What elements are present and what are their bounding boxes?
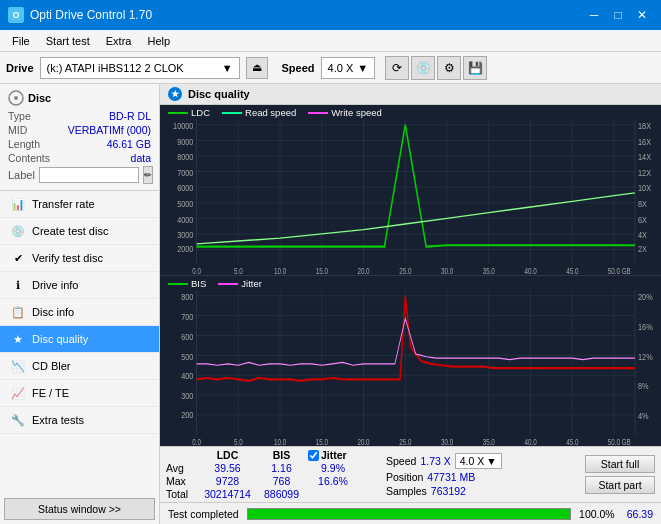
progress-bar-container bbox=[247, 508, 571, 520]
extra-tests-icon: 🔧 bbox=[10, 412, 26, 428]
label-edit-button[interactable]: ✏ bbox=[143, 166, 153, 184]
stats-avg-label: Avg bbox=[166, 462, 196, 474]
verify-test-disc-icon: ✔ bbox=[10, 250, 26, 266]
menu-file[interactable]: File bbox=[4, 33, 38, 49]
svg-text:7000: 7000 bbox=[177, 167, 193, 178]
sidebar-item-cd-bler[interactable]: 📉 CD Bler bbox=[0, 353, 159, 380]
disc-quality-icon: ★ bbox=[10, 331, 26, 347]
nav-label-disc-info: Disc info bbox=[32, 306, 74, 318]
disc-label-input[interactable] bbox=[39, 167, 139, 183]
main-layout: Disc Type BD-R DL MID VERBATIMf (000) Le… bbox=[0, 84, 661, 524]
window-controls: ─ □ ✕ bbox=[583, 4, 653, 26]
sidebar-item-extra-tests[interactable]: 🔧 Extra tests bbox=[0, 407, 159, 434]
speed-dropdown[interactable]: 4.0 X ▼ bbox=[455, 453, 502, 469]
speed-dropdown-value: 4.0 X bbox=[460, 455, 485, 467]
close-button[interactable]: ✕ bbox=[631, 4, 653, 26]
svg-text:20%: 20% bbox=[638, 291, 653, 302]
svg-text:45.0: 45.0 bbox=[566, 437, 578, 446]
stats-avg-bis: 1.16 bbox=[259, 462, 304, 474]
svg-text:15.0: 15.0 bbox=[316, 266, 328, 275]
eject-button[interactable]: ⏏ bbox=[246, 57, 268, 79]
svg-text:0.0: 0.0 bbox=[192, 266, 201, 275]
disc-length-label: Length bbox=[8, 138, 40, 150]
progress-row: Test completed 100.0% 66.39 bbox=[160, 502, 661, 524]
chevron-down-icon: ▼ bbox=[486, 455, 496, 467]
speed-value: 4.0 X bbox=[328, 62, 354, 74]
stats-section: Avg Max Total LDC 39.56 9728 30214714 BI… bbox=[160, 446, 661, 524]
start-full-button[interactable]: Start full bbox=[585, 455, 655, 473]
stats-bis-header: BIS bbox=[259, 449, 304, 461]
sidebar-item-verify-test-disc[interactable]: ✔ Verify test disc bbox=[0, 245, 159, 272]
sidebar: Disc Type BD-R DL MID VERBATIMf (000) Le… bbox=[0, 84, 160, 524]
disc-panel-icon bbox=[8, 90, 24, 106]
disc-header: Disc bbox=[8, 90, 151, 106]
svg-text:12%: 12% bbox=[638, 350, 653, 361]
svg-text:200: 200 bbox=[181, 409, 193, 420]
speed-selector[interactable]: 4.0 X ▼ bbox=[321, 57, 376, 79]
stats-total-label: Total bbox=[166, 488, 196, 500]
menu-extra[interactable]: Extra bbox=[98, 33, 140, 49]
app-title: Opti Drive Control 1.70 bbox=[30, 8, 152, 22]
svg-text:20.0: 20.0 bbox=[357, 437, 369, 446]
sidebar-item-transfer-rate[interactable]: 📊 Transfer rate bbox=[0, 191, 159, 218]
sidebar-item-disc-info[interactable]: 📋 Disc info bbox=[0, 299, 159, 326]
svg-text:5.0: 5.0 bbox=[234, 437, 243, 446]
svg-text:600: 600 bbox=[181, 331, 193, 342]
sidebar-item-disc-quality[interactable]: ★ Disc quality bbox=[0, 326, 159, 353]
svg-text:8%: 8% bbox=[638, 380, 649, 391]
disc-panel-title: Disc bbox=[28, 92, 51, 104]
svg-text:18X: 18X bbox=[638, 120, 651, 131]
sidebar-item-fe-te[interactable]: 📈 FE / TE bbox=[0, 380, 159, 407]
disc-label-row: Label ✏ bbox=[8, 166, 151, 184]
refresh-button[interactable]: ⟳ bbox=[385, 56, 409, 80]
svg-text:700: 700 bbox=[181, 311, 193, 322]
jitter-checkbox[interactable] bbox=[308, 450, 319, 461]
svg-text:300: 300 bbox=[181, 390, 193, 401]
sidebar-item-drive-info[interactable]: ℹ Drive info bbox=[0, 272, 159, 299]
disc-quality-header-icon: ★ bbox=[168, 87, 182, 101]
svg-text:40.0: 40.0 bbox=[524, 437, 536, 446]
menu-help[interactable]: Help bbox=[139, 33, 178, 49]
legend-ldc: LDC bbox=[191, 107, 210, 118]
menu-start-test[interactable]: Start test bbox=[38, 33, 98, 49]
svg-text:6000: 6000 bbox=[177, 182, 193, 193]
svg-point-1 bbox=[14, 96, 18, 100]
chart-bottom-svg: 800 700 600 500 400 300 200 20% 16% 12% … bbox=[160, 276, 661, 446]
stats-max-bis: 768 bbox=[259, 475, 304, 487]
stats-max-ldc: 9728 bbox=[200, 475, 255, 487]
svg-text:0.0: 0.0 bbox=[192, 437, 201, 446]
start-buttons: Start full Start part bbox=[585, 455, 655, 494]
minimize-button[interactable]: ─ bbox=[583, 4, 605, 26]
status-window-button[interactable]: Status window >> bbox=[4, 498, 155, 520]
nav-label-transfer-rate: Transfer rate bbox=[32, 198, 95, 210]
transfer-rate-icon: 📊 bbox=[10, 196, 26, 212]
disc-contents-label: Contents bbox=[8, 152, 50, 164]
settings-button[interactable]: ⚙ bbox=[437, 56, 461, 80]
nav-label-verify-test-disc: Verify test disc bbox=[32, 252, 103, 264]
drive-selector[interactable]: (k:) ATAPI iHBS112 2 CLOK ▼ bbox=[40, 57, 240, 79]
stats-ldc-header: LDC bbox=[200, 449, 255, 461]
sidebar-item-create-test-disc[interactable]: 💿 Create test disc bbox=[0, 218, 159, 245]
svg-text:10000: 10000 bbox=[173, 120, 193, 131]
svg-text:9000: 9000 bbox=[177, 136, 193, 147]
save-button[interactable]: 💾 bbox=[463, 56, 487, 80]
chevron-down-icon: ▼ bbox=[222, 62, 233, 74]
maximize-button[interactable]: □ bbox=[607, 4, 629, 26]
stats-total-bis: 886099 bbox=[259, 488, 304, 500]
svg-text:8000: 8000 bbox=[177, 151, 193, 162]
chart-title: Disc quality bbox=[188, 88, 250, 100]
stats-jitter-header: Jitter bbox=[321, 449, 347, 461]
disc-button[interactable]: 💿 bbox=[411, 56, 435, 80]
drive-label: Drive bbox=[6, 62, 34, 74]
svg-text:40.0: 40.0 bbox=[524, 266, 536, 275]
disc-mid-label: MID bbox=[8, 124, 27, 136]
drive-info-icon: ℹ bbox=[10, 277, 26, 293]
drive-value: (k:) ATAPI iHBS112 2 CLOK bbox=[47, 62, 220, 74]
svg-text:3000: 3000 bbox=[177, 229, 193, 240]
svg-text:35.0: 35.0 bbox=[483, 437, 495, 446]
start-part-button[interactable]: Start part bbox=[585, 476, 655, 494]
disc-type-label: Type bbox=[8, 110, 31, 122]
disc-label-label: Label bbox=[8, 169, 35, 181]
disc-panel: Disc Type BD-R DL MID VERBATIMf (000) Le… bbox=[0, 84, 159, 191]
stats-empty-header bbox=[166, 449, 196, 461]
